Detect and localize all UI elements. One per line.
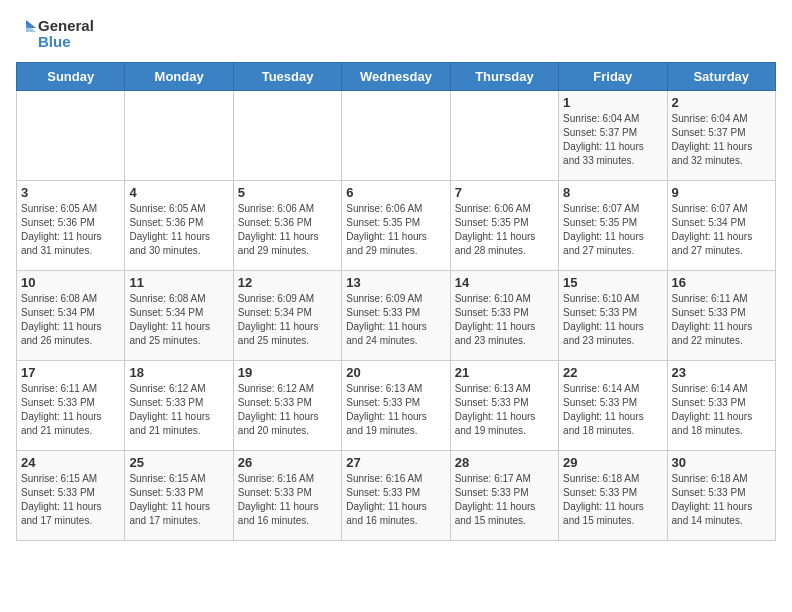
calendar-cell: 15Sunrise: 6:10 AM Sunset: 5:33 PM Dayli… <box>559 271 667 361</box>
day-number: 6 <box>346 185 445 200</box>
calendar-body: 1Sunrise: 6:04 AM Sunset: 5:37 PM Daylig… <box>17 91 776 541</box>
day-number: 26 <box>238 455 337 470</box>
header-monday: Monday <box>125 63 233 91</box>
calendar-cell: 22Sunrise: 6:14 AM Sunset: 5:33 PM Dayli… <box>559 361 667 451</box>
day-number: 19 <box>238 365 337 380</box>
logo-blue-text: Blue <box>38 34 94 51</box>
header-thursday: Thursday <box>450 63 558 91</box>
logo: General Blue <box>16 16 94 52</box>
calendar-cell: 9Sunrise: 6:07 AM Sunset: 5:34 PM Daylig… <box>667 181 775 271</box>
week-row-1: 3Sunrise: 6:05 AM Sunset: 5:36 PM Daylig… <box>17 181 776 271</box>
calendar-cell: 4Sunrise: 6:05 AM Sunset: 5:36 PM Daylig… <box>125 181 233 271</box>
day-info: Sunrise: 6:13 AM Sunset: 5:33 PM Dayligh… <box>346 382 445 438</box>
day-info: Sunrise: 6:06 AM Sunset: 5:35 PM Dayligh… <box>346 202 445 258</box>
calendar-cell: 27Sunrise: 6:16 AM Sunset: 5:33 PM Dayli… <box>342 451 450 541</box>
logo-general-text: General <box>38 18 94 35</box>
day-info: Sunrise: 6:12 AM Sunset: 5:33 PM Dayligh… <box>129 382 228 438</box>
day-number: 20 <box>346 365 445 380</box>
day-info: Sunrise: 6:11 AM Sunset: 5:33 PM Dayligh… <box>21 382 120 438</box>
day-info: Sunrise: 6:14 AM Sunset: 5:33 PM Dayligh… <box>563 382 662 438</box>
day-number: 24 <box>21 455 120 470</box>
calendar-cell <box>450 91 558 181</box>
day-info: Sunrise: 6:05 AM Sunset: 5:36 PM Dayligh… <box>21 202 120 258</box>
day-info: Sunrise: 6:16 AM Sunset: 5:33 PM Dayligh… <box>238 472 337 528</box>
day-info: Sunrise: 6:10 AM Sunset: 5:33 PM Dayligh… <box>455 292 554 348</box>
day-info: Sunrise: 6:05 AM Sunset: 5:36 PM Dayligh… <box>129 202 228 258</box>
calendar-cell: 6Sunrise: 6:06 AM Sunset: 5:35 PM Daylig… <box>342 181 450 271</box>
calendar-cell: 16Sunrise: 6:11 AM Sunset: 5:33 PM Dayli… <box>667 271 775 361</box>
day-number: 2 <box>672 95 771 110</box>
calendar-cell: 10Sunrise: 6:08 AM Sunset: 5:34 PM Dayli… <box>17 271 125 361</box>
calendar-cell <box>125 91 233 181</box>
day-number: 4 <box>129 185 228 200</box>
calendar-cell: 29Sunrise: 6:18 AM Sunset: 5:33 PM Dayli… <box>559 451 667 541</box>
day-info: Sunrise: 6:18 AM Sunset: 5:33 PM Dayligh… <box>563 472 662 528</box>
day-number: 15 <box>563 275 662 290</box>
header-sunday: Sunday <box>17 63 125 91</box>
calendar-cell: 20Sunrise: 6:13 AM Sunset: 5:33 PM Dayli… <box>342 361 450 451</box>
day-info: Sunrise: 6:04 AM Sunset: 5:37 PM Dayligh… <box>672 112 771 168</box>
day-number: 14 <box>455 275 554 290</box>
header: General Blue <box>16 16 776 52</box>
day-number: 8 <box>563 185 662 200</box>
calendar-cell <box>233 91 341 181</box>
day-info: Sunrise: 6:10 AM Sunset: 5:33 PM Dayligh… <box>563 292 662 348</box>
day-info: Sunrise: 6:13 AM Sunset: 5:33 PM Dayligh… <box>455 382 554 438</box>
day-number: 18 <box>129 365 228 380</box>
calendar-table: SundayMondayTuesdayWednesdayThursdayFrid… <box>16 62 776 541</box>
day-number: 11 <box>129 275 228 290</box>
week-row-4: 24Sunrise: 6:15 AM Sunset: 5:33 PM Dayli… <box>17 451 776 541</box>
day-number: 22 <box>563 365 662 380</box>
logo-text: General Blue <box>38 18 94 51</box>
calendar-cell: 14Sunrise: 6:10 AM Sunset: 5:33 PM Dayli… <box>450 271 558 361</box>
calendar-cell: 1Sunrise: 6:04 AM Sunset: 5:37 PM Daylig… <box>559 91 667 181</box>
day-info: Sunrise: 6:15 AM Sunset: 5:33 PM Dayligh… <box>129 472 228 528</box>
calendar-cell: 24Sunrise: 6:15 AM Sunset: 5:33 PM Dayli… <box>17 451 125 541</box>
day-info: Sunrise: 6:18 AM Sunset: 5:33 PM Dayligh… <box>672 472 771 528</box>
calendar-cell: 19Sunrise: 6:12 AM Sunset: 5:33 PM Dayli… <box>233 361 341 451</box>
week-row-0: 1Sunrise: 6:04 AM Sunset: 5:37 PM Daylig… <box>17 91 776 181</box>
calendar-cell: 12Sunrise: 6:09 AM Sunset: 5:34 PM Dayli… <box>233 271 341 361</box>
calendar-header: SundayMondayTuesdayWednesdayThursdayFrid… <box>17 63 776 91</box>
calendar-cell: 5Sunrise: 6:06 AM Sunset: 5:36 PM Daylig… <box>233 181 341 271</box>
day-number: 7 <box>455 185 554 200</box>
day-number: 16 <box>672 275 771 290</box>
day-number: 27 <box>346 455 445 470</box>
calendar-cell: 30Sunrise: 6:18 AM Sunset: 5:33 PM Dayli… <box>667 451 775 541</box>
day-number: 1 <box>563 95 662 110</box>
calendar-cell: 28Sunrise: 6:17 AM Sunset: 5:33 PM Dayli… <box>450 451 558 541</box>
calendar-cell <box>17 91 125 181</box>
calendar-cell <box>342 91 450 181</box>
calendar-cell: 8Sunrise: 6:07 AM Sunset: 5:35 PM Daylig… <box>559 181 667 271</box>
day-number: 5 <box>238 185 337 200</box>
week-row-3: 17Sunrise: 6:11 AM Sunset: 5:33 PM Dayli… <box>17 361 776 451</box>
day-info: Sunrise: 6:06 AM Sunset: 5:35 PM Dayligh… <box>455 202 554 258</box>
calendar-cell: 7Sunrise: 6:06 AM Sunset: 5:35 PM Daylig… <box>450 181 558 271</box>
day-info: Sunrise: 6:08 AM Sunset: 5:34 PM Dayligh… <box>21 292 120 348</box>
day-number: 12 <box>238 275 337 290</box>
day-info: Sunrise: 6:17 AM Sunset: 5:33 PM Dayligh… <box>455 472 554 528</box>
header-tuesday: Tuesday <box>233 63 341 91</box>
day-number: 21 <box>455 365 554 380</box>
calendar-cell: 11Sunrise: 6:08 AM Sunset: 5:34 PM Dayli… <box>125 271 233 361</box>
day-number: 30 <box>672 455 771 470</box>
day-number: 10 <box>21 275 120 290</box>
calendar-cell: 25Sunrise: 6:15 AM Sunset: 5:33 PM Dayli… <box>125 451 233 541</box>
header-wednesday: Wednesday <box>342 63 450 91</box>
day-number: 23 <box>672 365 771 380</box>
logo-box: General Blue <box>16 16 94 52</box>
logo-bird-icon <box>16 16 36 52</box>
calendar-cell: 23Sunrise: 6:14 AM Sunset: 5:33 PM Dayli… <box>667 361 775 451</box>
day-number: 28 <box>455 455 554 470</box>
day-number: 9 <box>672 185 771 200</box>
day-info: Sunrise: 6:06 AM Sunset: 5:36 PM Dayligh… <box>238 202 337 258</box>
day-number: 13 <box>346 275 445 290</box>
calendar-cell: 2Sunrise: 6:04 AM Sunset: 5:37 PM Daylig… <box>667 91 775 181</box>
day-info: Sunrise: 6:16 AM Sunset: 5:33 PM Dayligh… <box>346 472 445 528</box>
header-saturday: Saturday <box>667 63 775 91</box>
calendar-cell: 18Sunrise: 6:12 AM Sunset: 5:33 PM Dayli… <box>125 361 233 451</box>
day-number: 29 <box>563 455 662 470</box>
calendar-cell: 21Sunrise: 6:13 AM Sunset: 5:33 PM Dayli… <box>450 361 558 451</box>
day-number: 3 <box>21 185 120 200</box>
day-info: Sunrise: 6:04 AM Sunset: 5:37 PM Dayligh… <box>563 112 662 168</box>
